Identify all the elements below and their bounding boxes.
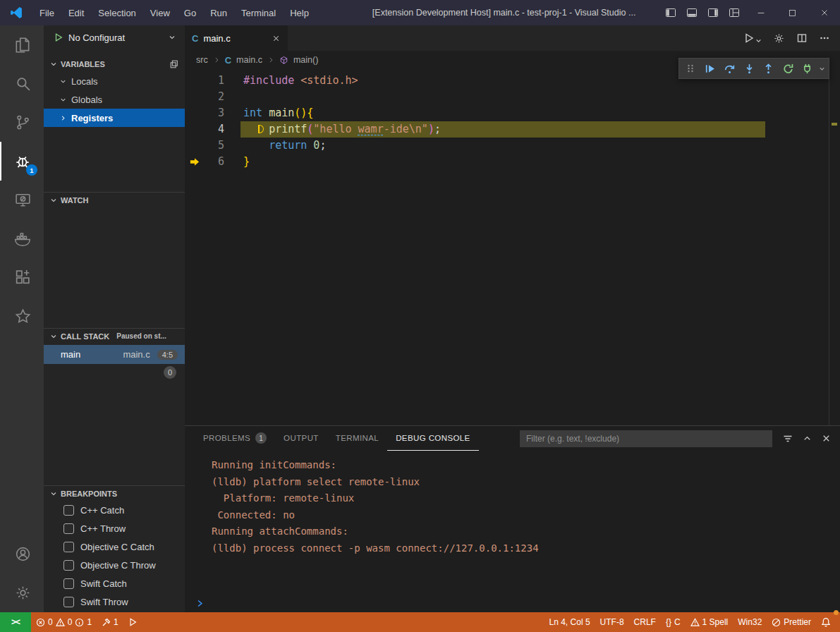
extensions-icon[interactable] — [0, 258, 44, 297]
variables-item-registers[interactable]: Registers — [44, 109, 185, 127]
problems-indicator[interactable]: 0 0 1 — [31, 612, 97, 632]
debug-config-dropdown[interactable]: No Configurat — [44, 25, 185, 49]
encoding-indicator[interactable]: UTF-8 — [595, 612, 629, 632]
customize-layout-icon[interactable] — [724, 0, 745, 25]
remote-explorer-icon[interactable] — [0, 181, 44, 219]
menu-file[interactable]: File — [32, 0, 61, 25]
more-actions-icon[interactable] — [819, 32, 830, 44]
variables-item-locals[interactable]: Locals — [44, 72, 185, 90]
step-into-icon[interactable] — [741, 59, 758, 78]
spell-checker-indicator[interactable]: 1 Spell — [686, 612, 734, 632]
toggle-sidebar-icon[interactable] — [660, 0, 681, 25]
continue-icon[interactable] — [702, 59, 719, 78]
tools-indicator[interactable]: 1 — [97, 612, 123, 632]
breakpoint-gutter[interactable] — [185, 73, 200, 89]
breakpoint-gutter[interactable] — [185, 105, 200, 121]
code-line-4-current[interactable]: 4 printf("hello wamr-ide\n"); — [185, 121, 840, 138]
stack-frame-row[interactable]: main main.c 4:5 — [44, 345, 185, 364]
close-panel-icon[interactable] — [821, 433, 832, 444]
variables-item-globals[interactable]: Globals — [44, 90, 185, 109]
chevron-down-icon[interactable] — [818, 65, 826, 73]
close-tab-icon[interactable] — [272, 34, 281, 43]
breakpoint-gutter[interactable] — [185, 89, 200, 105]
menu-selection[interactable]: Selection — [91, 0, 142, 25]
menu-view[interactable]: View — [143, 0, 177, 25]
platform-indicator[interactable]: Win32 — [733, 612, 767, 632]
breakpoint-cpp-throw[interactable]: C++ Throw — [44, 519, 185, 537]
breakpoint-gutter[interactable] — [185, 154, 200, 170]
toggle-panel-icon[interactable] — [681, 0, 702, 25]
breadcrumb-file[interactable]: main.c — [236, 55, 262, 65]
checkbox[interactable] — [63, 597, 74, 607]
breadcrumb-symbol[interactable]: main() — [293, 55, 318, 65]
console-filter-input[interactable] — [520, 430, 772, 447]
code-line-5[interactable]: 5 return 0; — [185, 138, 840, 154]
settings-gear-icon[interactable] — [0, 573, 44, 612]
breakpoint-swift-throw[interactable]: Swift Throw — [44, 592, 185, 611]
tab-terminal[interactable]: TERMINAL — [327, 426, 387, 451]
toggle-secondary-sidebar-icon[interactable] — [702, 0, 724, 25]
checkbox[interactable] — [63, 560, 74, 571]
code-line-2[interactable]: 2 — [185, 89, 840, 105]
variables-section-header[interactable]: VARIABLES — [44, 56, 185, 72]
menu-terminal[interactable]: Terminal — [234, 0, 283, 25]
breakpoint-gutter[interactable] — [185, 121, 200, 138]
copy-value-icon[interactable] — [169, 59, 179, 69]
breakpoint-objc-catch[interactable]: Objective C Catch — [44, 537, 185, 556]
tab-problems[interactable]: PROBLEMS 1 — [195, 426, 275, 451]
notifications-bell[interactable] — [816, 612, 836, 632]
menu-edit[interactable]: Edit — [61, 0, 91, 25]
step-over-icon[interactable] — [721, 59, 738, 78]
breakpoints-section-header[interactable]: BREAKPOINTS — [44, 485, 185, 501]
accounts-icon[interactable] — [0, 535, 44, 573]
checkbox[interactable] — [63, 542, 74, 552]
toolchain-gear-icon[interactable] — [773, 32, 785, 44]
breakpoint-cpp-catch[interactable]: C++ Catch — [44, 501, 185, 519]
run-debug-icon[interactable]: 1 — [0, 142, 44, 181]
line-number: 3 — [200, 105, 224, 121]
code-line-3[interactable]: 3 int main(){ — [185, 105, 840, 121]
start-debug-icon[interactable] — [54, 32, 63, 42]
search-icon[interactable] — [0, 64, 44, 103]
code-line-6[interactable]: 6 } — [185, 154, 840, 170]
console-input-row[interactable] — [185, 594, 840, 612]
source-control-icon[interactable] — [0, 103, 44, 142]
watch-section-header[interactable]: WATCH — [44, 192, 185, 207]
call-stack-section-header[interactable]: CALL STACK Paused on st... — [44, 328, 185, 344]
maximize-button[interactable] — [777, 0, 808, 25]
menu-run[interactable]: Run — [203, 0, 234, 25]
step-out-icon[interactable] — [760, 59, 777, 78]
star-extension-icon[interactable] — [0, 297, 44, 336]
explorer-icon[interactable] — [0, 25, 44, 64]
cursor-position[interactable]: Ln 4, Col 5 — [544, 612, 595, 632]
remote-indicator[interactable]: >< — [0, 612, 31, 632]
prettier-indicator[interactable]: Prettier — [767, 612, 816, 632]
run-file-button[interactable] — [743, 32, 762, 44]
maximize-panel-icon[interactable] — [802, 433, 812, 444]
filter-lines-icon[interactable] — [782, 433, 793, 444]
checkbox[interactable] — [63, 505, 74, 516]
tab-output[interactable]: OUTPUT — [275, 426, 327, 451]
eol-indicator[interactable]: CRLF — [629, 612, 661, 632]
docker-icon[interactable] — [0, 219, 44, 258]
tab-debug-console[interactable]: DEBUG CONSOLE — [387, 426, 479, 451]
code-editor[interactable]: 1 #include <stdio.h> 2 3 int main(){ — [185, 69, 840, 425]
breakpoint-gutter[interactable] — [185, 138, 200, 154]
menu-help[interactable]: Help — [283, 0, 316, 25]
restart-icon[interactable] — [779, 59, 797, 78]
debug-status-indicator[interactable] — [123, 612, 143, 632]
disconnect-icon[interactable] — [798, 59, 816, 78]
tab-main-c[interactable]: C main.c — [185, 25, 288, 51]
debug-play-icon — [128, 617, 138, 627]
split-editor-icon[interactable] — [796, 32, 808, 44]
menu-go[interactable]: Go — [177, 0, 203, 25]
checkbox[interactable] — [63, 523, 74, 534]
toolbar-drag-grip[interactable] — [682, 59, 700, 78]
minimize-button[interactable] — [745, 0, 777, 25]
checkbox[interactable] — [63, 578, 74, 589]
language-mode[interactable]: {} C — [661, 612, 686, 632]
breadcrumb-folder[interactable]: src — [196, 55, 208, 65]
close-window-button[interactable] — [808, 0, 840, 25]
breakpoint-swift-catch[interactable]: Swift Catch — [44, 574, 185, 592]
breakpoint-objc-throw[interactable]: Objective C Throw — [44, 556, 185, 574]
